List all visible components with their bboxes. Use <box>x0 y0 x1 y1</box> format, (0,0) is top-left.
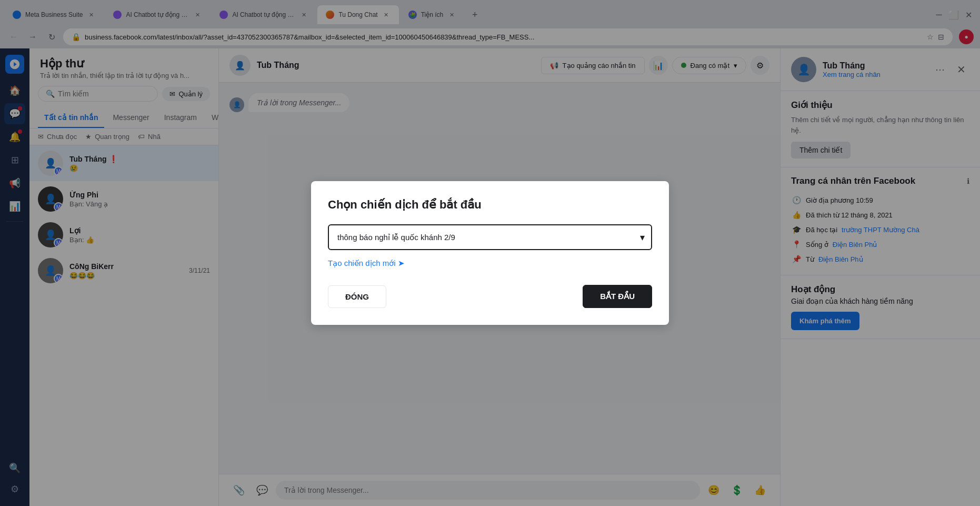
modal-actions: ĐÓNG BẮT ĐẦU <box>328 285 652 308</box>
close-modal-button[interactable]: ĐÓNG <box>328 285 386 308</box>
campaign-select-wrapper: thông báo nghỉ lễ quốc khánh 2/9 Chiến d… <box>328 224 652 250</box>
campaign-select[interactable]: thông báo nghỉ lễ quốc khánh 2/9 Chiến d… <box>328 224 652 250</box>
modal-overlay: Chọn chiến dịch để bắt đầu thông báo ngh… <box>0 0 980 506</box>
start-campaign-button[interactable]: BẮT ĐẦU <box>583 285 652 308</box>
modal-title: Chọn chiến dịch để bắt đầu <box>328 198 652 212</box>
create-campaign-link[interactable]: Tạo chiến dịch mới ➤ <box>328 259 405 268</box>
campaign-modal: Chọn chiến dịch để bắt đầu thông báo ngh… <box>311 181 669 325</box>
